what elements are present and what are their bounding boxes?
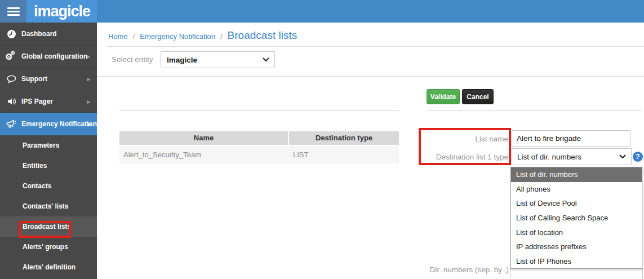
sidebar-item-global-configuration[interactable]: ⚙⚙ Global configuration ▸ (0, 45, 97, 68)
breadcrumb: Home / Emergency Notification / Broadcas… (108, 29, 297, 42)
sidebar-item-support[interactable]: Support ▸ (0, 68, 97, 90)
dropdown-option-list-of-device-pool[interactable]: List of Device Pool (511, 196, 642, 211)
chevron-right-icon: ▸ (87, 45, 90, 68)
top-bar: imagicle (0, 0, 644, 23)
page-title: Broadcast lists (228, 29, 297, 42)
emergency-notification-submenu: Parameters Entities Contacts Contacts' l… (0, 135, 97, 277)
destination-list-type-select[interactable]: List of dir. numbers (512, 148, 632, 165)
validate-button[interactable]: Validate (427, 89, 460, 104)
divider (119, 110, 399, 111)
divider (107, 46, 644, 47)
megaphone-icon (6, 113, 17, 135)
dropdown-option-list-of-location[interactable]: List of location (511, 225, 642, 240)
dropdown-option-ip-addresses-prefixes[interactable]: IP addresses prefixes (511, 240, 642, 254)
page: imagicle Dashboard ⚙⚙ Global configurati… (0, 0, 644, 279)
breadcrumb-home[interactable]: Home (108, 32, 128, 41)
sidebar-item-alerts-groups[interactable]: Alerts' groups (0, 237, 97, 257)
column-header-destination-type: Destination type (289, 131, 399, 145)
dropdown-option-all-phones[interactable]: All phones (511, 182, 642, 197)
chevron-down-icon (263, 57, 274, 62)
divider (97, 76, 644, 77)
dropdown-option-list-of-ip-phones[interactable]: List of IP Phones (511, 254, 642, 268)
sidebar: Dashboard ⚙⚙ Global configuration ▸ Supp… (0, 23, 97, 279)
destination-list-type-value: List of dir. numbers (512, 153, 619, 161)
select-entity-label: Select entity (112, 55, 153, 64)
dir-numbers-label: Dir. numbers (sep. by ,) (394, 265, 509, 274)
sidebar-item-broadcast-lists[interactable]: Broadcast lists (0, 216, 97, 237)
sidebar-item-ips-pager[interactable]: IPS Pager ▸ (0, 90, 97, 113)
imagicle-logo: imagicle (26, 3, 90, 20)
chevron-right-icon: ▸ (88, 113, 91, 135)
logo-container: imagicle (26, 0, 97, 23)
destination-type-dropdown: List of dir. numbers All phones List of … (510, 167, 642, 269)
list-name-label: List name (419, 135, 508, 143)
breadcrumb-separator: / (220, 32, 223, 41)
broadcast-lists-table: Name Destination type Alert_to_Security_… (119, 131, 399, 163)
chevron-right-icon: ▸ (87, 68, 90, 90)
divider (427, 110, 641, 111)
sidebar-item-entities[interactable]: Entities (0, 156, 97, 176)
speech-bubble-icon (6, 68, 17, 90)
table-header-row: Name Destination type (119, 131, 399, 146)
sidebar-item-parameters[interactable]: Parameters (0, 135, 97, 156)
speaker-icon (6, 90, 17, 113)
cancel-button[interactable]: Cancel (462, 89, 494, 104)
sidebar-item-contacts[interactable]: Contacts (0, 176, 97, 196)
entity-select-value: Imagicle (161, 56, 263, 64)
gauge-icon (6, 23, 17, 45)
entity-select[interactable]: Imagicle (161, 51, 275, 68)
table-row[interactable]: Alert_to_Security_Team LIST (119, 146, 399, 163)
help-icon[interactable]: ? (633, 152, 643, 162)
chevron-right-icon: ▸ (87, 90, 90, 113)
breadcrumb-separator: / (133, 32, 135, 41)
sidebar-item-emergency-notification[interactable]: Emergency Notification ▸ (0, 113, 97, 135)
sidebar-item-alerts-definition[interactable]: Alerts' definition (0, 257, 97, 277)
cell-name: Alert_to_Security_Team (119, 146, 289, 163)
cell-destination-type: LIST (289, 146, 399, 163)
list-name-input[interactable] (512, 130, 630, 147)
breadcrumb-emergency-notification[interactable]: Emergency Notification (140, 32, 215, 41)
destination-list-type-label: Destination list 1 type (419, 153, 508, 161)
hamburger-menu-button[interactable] (0, 0, 26, 23)
dir-numbers-textarea[interactable] (510, 268, 643, 279)
hamburger-icon (7, 6, 20, 17)
column-header-name: Name (119, 131, 289, 145)
sidebar-item-contacts-lists[interactable]: Contacts' lists (0, 196, 97, 216)
chevron-down-icon (619, 154, 631, 159)
sidebar-item-dashboard[interactable]: Dashboard (0, 23, 97, 45)
gears-icon: ⚙⚙ (6, 45, 17, 68)
dropdown-option-list-of-dir-numbers[interactable]: List of dir. numbers (511, 167, 642, 182)
dropdown-option-list-of-calling-search-space[interactable]: List of Calling Search Space (511, 211, 642, 225)
